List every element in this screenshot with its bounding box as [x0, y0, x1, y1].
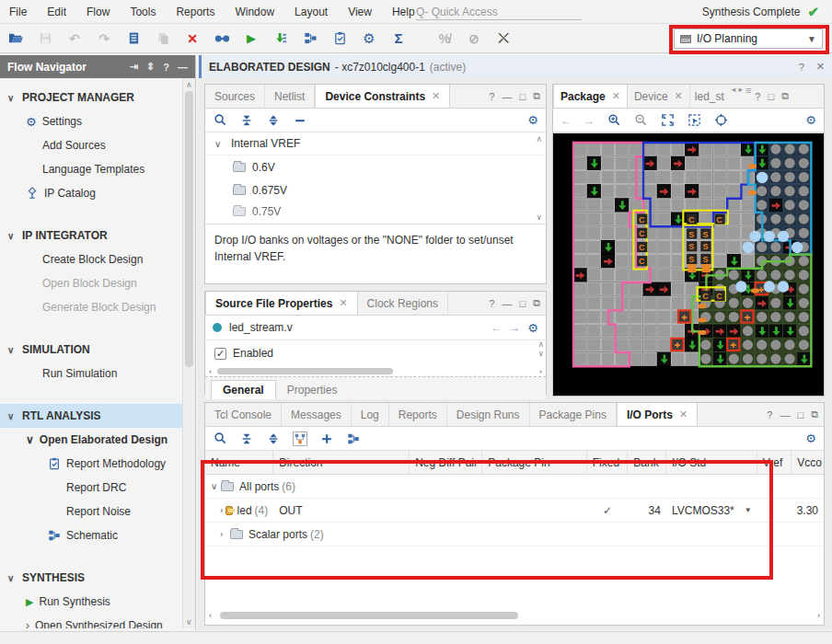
tab-package[interactable]: Package✕: [553, 85, 628, 108]
tab-scroll-right-icon[interactable]: ▸: [738, 85, 743, 108]
tab-io-ports[interactable]: I/O Ports✕: [617, 403, 698, 426]
col-bank[interactable]: Bank: [628, 451, 666, 475]
scroll-up-icon[interactable]: ∧: [536, 134, 542, 144]
menu-help[interactable]: Help: [392, 6, 415, 18]
expand-all-icon[interactable]: [266, 113, 281, 128]
open-project-icon[interactable]: [7, 30, 24, 47]
menu-window[interactable]: Window: [235, 6, 274, 18]
quick-access-search[interactable]: Q- Quick Access: [416, 4, 582, 20]
tab-messages[interactable]: Messages: [282, 403, 352, 426]
tab-device-constraints[interactable]: Device Constraints✕: [315, 85, 450, 108]
close-tab-icon[interactable]: ✕: [432, 90, 440, 102]
section-ip-integrator[interactable]: ∨IP INTEGRATOR: [0, 224, 195, 247]
zoom-out-icon[interactable]: [633, 113, 648, 128]
horizontal-scrollbar[interactable]: ‹›: [205, 366, 546, 377]
schematic-icon[interactable]: [302, 30, 318, 47]
table-row-led[interactable]: ›led(4) OUT ✓ 34 LVCMOS33*▼ 3.30: [205, 499, 824, 523]
forward-icon[interactable]: →: [509, 321, 520, 334]
tree-item-0.75v[interactable]: 0.75V: [205, 201, 546, 222]
cell-io-std[interactable]: LVCMOS33*▼: [666, 499, 757, 523]
minimize-icon[interactable]: —: [780, 409, 790, 420]
item-language-templates[interactable]: Language Templates: [0, 157, 195, 181]
tab-general[interactable]: General: [211, 380, 276, 399]
col-package-pin[interactable]: Package Pin: [482, 451, 587, 475]
col-vcco[interactable]: Vcco: [792, 451, 824, 475]
menu-view[interactable]: View: [348, 6, 372, 18]
tab-package-pins[interactable]: Package Pins: [530, 403, 617, 426]
col-io-std[interactable]: I/O Std: [666, 451, 757, 475]
float-icon[interactable]: ⧉: [533, 90, 540, 102]
schematic-icon[interactable]: [346, 431, 361, 446]
maximize-icon[interactable]: □: [519, 298, 526, 309]
horizontal-scrollbar[interactable]: ‹›: [209, 609, 820, 621]
zoom-in-icon[interactable]: [607, 113, 621, 128]
table-row-all-ports[interactable]: ∨All ports(6): [205, 475, 824, 499]
tab-device[interactable]: Device✕: [628, 85, 690, 108]
forward-icon[interactable]: →: [584, 114, 595, 127]
maximize-icon[interactable]: □: [519, 91, 526, 102]
enabled-checkbox[interactable]: ✓: [214, 348, 226, 360]
tab-design-runs[interactable]: Design Runs: [447, 403, 530, 426]
close-icon[interactable]: ✕: [816, 61, 825, 73]
item-run-simulation[interactable]: Run Simulation: [0, 362, 195, 385]
menu-tools[interactable]: Tools: [130, 6, 156, 18]
item-open-elaborated-design[interactable]: ∨Open Elaborated Design: [0, 428, 195, 452]
save-icon[interactable]: [37, 30, 53, 47]
maximize-icon[interactable]: □: [768, 91, 774, 102]
tab-led-stream[interactable]: led_st: [690, 85, 729, 108]
col-direction[interactable]: Direction: [273, 451, 410, 475]
tree-item-internal-vref[interactable]: ∨Internal VREF: [205, 132, 546, 155]
help-icon[interactable]: ?: [755, 91, 760, 102]
scroll-down-icon[interactable]: ∨: [536, 213, 542, 222]
help-icon[interactable]: ?: [489, 298, 494, 309]
help-icon[interactable]: ?: [767, 409, 772, 420]
col-fixed[interactable]: Fixed: [587, 451, 629, 475]
menu-edit[interactable]: Edit: [47, 6, 66, 18]
zoom-selection-icon[interactable]: [687, 113, 701, 128]
implementation-icon[interactable]: [272, 30, 289, 47]
tab-source-file-properties[interactable]: Source File Properties✕: [205, 292, 358, 315]
item-open-block-design[interactable]: Open Block Design: [0, 271, 195, 295]
remove-icon[interactable]: [293, 113, 307, 128]
add-icon[interactable]: [319, 431, 334, 446]
flow-navigator-scrollbar[interactable]: ∧∨: [182, 78, 195, 628]
expand-all-icon[interactable]: ⇕: [146, 61, 155, 73]
settings-icon[interactable]: ⚙: [361, 30, 377, 47]
undo-icon[interactable]: ↶: [66, 30, 83, 47]
report-icon[interactable]: [125, 30, 142, 47]
item-report-drc[interactable]: Report DRC: [0, 476, 195, 500]
item-create-block-design[interactable]: Create Block Design: [0, 247, 195, 271]
expand-all-icon[interactable]: [266, 431, 281, 446]
menu-flow[interactable]: Flow: [87, 6, 110, 18]
tab-netlist[interactable]: Netlist: [265, 85, 315, 108]
close-tab-icon[interactable]: ✕: [675, 90, 683, 102]
item-generate-block-design[interactable]: Generate Block Design: [0, 295, 195, 319]
tab-clock-regions[interactable]: Clock Regions: [358, 292, 448, 315]
item-report-methodology[interactable]: Report Methodology: [0, 452, 195, 476]
tree-item-0.6v[interactable]: 0.6V: [205, 155, 546, 178]
float-icon[interactable]: ⧉: [811, 408, 818, 420]
delete-icon[interactable]: ✕: [184, 30, 201, 47]
layout-selector-dropdown[interactable]: I/O Planning ▼: [674, 29, 823, 49]
tab-log[interactable]: Log: [352, 403, 389, 426]
back-icon[interactable]: ←: [491, 321, 502, 334]
section-rtl-analysis[interactable]: ∨RTL ANALYSIS: [0, 404, 195, 428]
maximize-icon[interactable]: □: [797, 409, 803, 420]
col-name[interactable]: Name: [205, 451, 273, 475]
gear-icon[interactable]: ⚙: [805, 431, 816, 445]
tab-scroll-left-icon[interactable]: ◂: [732, 85, 736, 108]
item-settings[interactable]: ⚙Settings: [0, 109, 195, 133]
table-row-scalar-ports[interactable]: ›Scalar ports(2): [205, 523, 824, 546]
group-by-icon[interactable]: [293, 431, 307, 446]
float-icon[interactable]: ⧉: [533, 297, 540, 309]
minimize-icon[interactable]: —: [178, 62, 188, 73]
close-tab-icon[interactable]: ✕: [679, 408, 688, 420]
collapse-all-icon[interactable]: [239, 431, 254, 446]
tab-properties[interactable]: Properties: [276, 381, 349, 399]
methodology-icon[interactable]: [331, 30, 348, 47]
tab-tcl-console[interactable]: Tcl Console: [205, 403, 282, 426]
redo-icon[interactable]: ↷: [96, 30, 112, 47]
section-simulation[interactable]: ∨SIMULATION: [0, 338, 195, 362]
item-add-sources[interactable]: Add Sources: [0, 133, 195, 157]
col-vref[interactable]: Vref: [757, 451, 792, 475]
